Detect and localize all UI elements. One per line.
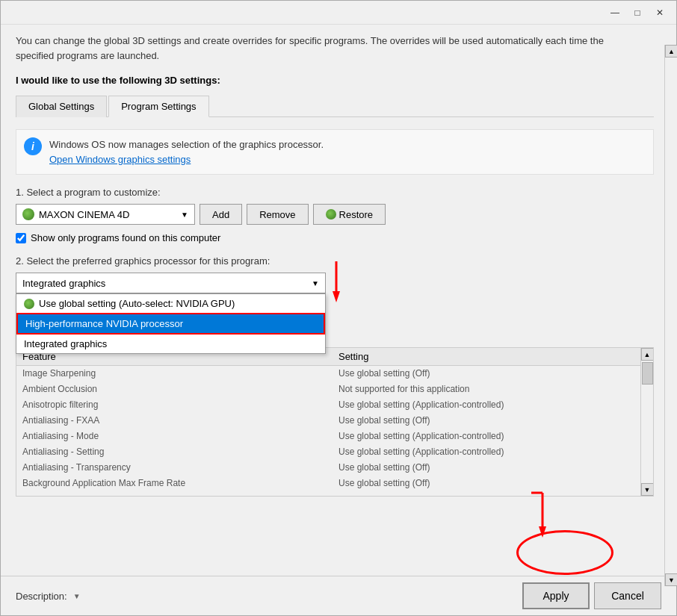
nvidia-option-icon [24, 299, 34, 309]
info-text: Windows OS now manages selection of the … [49, 137, 324, 167]
remove-button[interactable]: Remove [247, 204, 308, 225]
setting-cell: Use global setting (Off) [333, 413, 653, 429]
dropdown-option-2: Integrated graphics [24, 338, 107, 349]
dropdown-option-0: Use global setting (Auto-select: NVIDIA … [39, 298, 235, 309]
graphics-dropdown-container: Integrated graphics ▼ Use global setting… [16, 273, 654, 293]
intro-text: You can change the global 3D settings an… [16, 34, 654, 63]
step1-label: 1. Select a program to customize: [16, 187, 654, 198]
settings-header: I would like to use the following 3D set… [16, 75, 654, 86]
apply-button[interactable]: Apply [522, 582, 590, 609]
feature-cell: Antialiasing - FXAA [16, 413, 333, 429]
info-icon: i [24, 137, 42, 155]
setting-cell: Use global setting (Application-controll… [333, 429, 653, 444]
window-controls: — □ ✕ [605, 4, 670, 21]
info-box: i Windows OS now manages selection of th… [16, 129, 654, 175]
action-buttons: Apply Cancel [522, 582, 661, 609]
table-row[interactable]: Ambient OcclusionNot supported for this … [16, 382, 653, 397]
graphics-dropdown[interactable]: Integrated graphics ▼ [16, 273, 326, 293]
title-bar: — □ ✕ [1, 1, 676, 25]
setting-cell: Use global setting (Off) [333, 366, 653, 382]
table-row[interactable]: Anisotropic filteringUse global setting … [16, 397, 653, 413]
checkbox-label: Show only programs found on this compute… [31, 232, 220, 243]
nvidia-icon [22, 208, 34, 220]
graphics-dropdown-menu: Use global setting (Auto-select: NVIDIA … [16, 293, 326, 354]
setting-cell: Use global setting (Application-controll… [333, 444, 653, 460]
program-dropdown[interactable]: MAXON CINEMA 4D ▼ [16, 204, 195, 225]
graphics-dropdown-arrow: ▼ [312, 279, 319, 287]
table-row[interactable]: Background Application Max Frame RateUse… [16, 476, 653, 491]
scroll-up-arrow[interactable]: ▲ [665, 45, 677, 57]
table-row[interactable]: Antialiasing - ModeUse global setting (A… [16, 429, 653, 444]
restore-button[interactable]: Restore [313, 204, 386, 225]
dropdown-item-0[interactable]: Use global setting (Auto-select: NVIDIA … [16, 294, 325, 313]
feature-table-container: Feature Setting Image SharpeningUse glob… [16, 347, 654, 497]
feature-cell: Antialiasing - Setting [16, 444, 333, 460]
dropdown-item-1[interactable]: High-performance NVIDIA processor [16, 313, 325, 335]
table-row[interactable]: Image SharpeningUse global setting (Off) [16, 366, 653, 382]
step2-label: 2. Select the preferred graphics process… [16, 255, 654, 267]
maximize-button[interactable]: □ [627, 4, 648, 21]
window-scrollbar: ▲ ▼ [664, 45, 677, 586]
setting-cell: Use global setting (Off) [333, 460, 653, 476]
setting-cell: Use global setting (Off) [333, 476, 653, 491]
minimize-button[interactable]: — [605, 4, 625, 21]
cancel-button[interactable]: Cancel [594, 582, 661, 609]
tab-program-settings[interactable]: Program Settings [108, 96, 208, 117]
feature-cell: Antialiasing - Transparency [16, 460, 333, 476]
table-row[interactable]: Antialiasing - TransparencyUse global se… [16, 460, 653, 476]
program-name: MAXON CINEMA 4D [39, 209, 129, 220]
info-message: Windows OS now manages selection of the … [49, 139, 324, 150]
table-row[interactable]: Antialiasing - SettingUse global setting… [16, 444, 653, 460]
feature-table: Feature Setting Image SharpeningUse glob… [16, 348, 653, 491]
col-setting: Setting [333, 348, 653, 366]
dropdown-option-1: High-performance NVIDIA processor [25, 318, 183, 329]
setting-cell: Not supported for this application [333, 382, 653, 397]
tab-global-settings[interactable]: Global Settings [16, 96, 107, 117]
show-programs-checkbox[interactable] [16, 233, 26, 243]
table-scroll-down[interactable]: ▼ [641, 483, 654, 496]
tab-bar: Global Settings Program Settings [16, 95, 654, 117]
scroll-down-arrow[interactable]: ▼ [665, 573, 677, 586]
table-row[interactable]: Antialiasing - FXAAUse global setting (O… [16, 413, 653, 429]
table-scrollbar: ▲ ▼ [640, 348, 653, 496]
table-scroll-up[interactable]: ▲ [641, 348, 654, 361]
table-scroll-thumb[interactable] [642, 362, 653, 385]
feature-cell: Background Application Max Frame Rate [16, 476, 333, 491]
close-button[interactable]: ✕ [649, 4, 670, 21]
main-content-area: You can change the global 3D settings an… [1, 25, 676, 576]
restore-nvidia-icon [326, 209, 336, 220]
program-dropdown-arrow: ▼ [181, 211, 188, 219]
bottom-scroll-arrow[interactable]: ▼ [73, 592, 81, 600]
bottom-bar: Description: ▼ Apply Cancel [1, 576, 676, 615]
graphics-selected: Integrated graphics [22, 278, 105, 289]
checkbox-row: Show only programs found on this compute… [16, 232, 654, 243]
dropdown-item-2[interactable]: Integrated graphics [16, 335, 325, 353]
feature-cell: Anisotropic filtering [16, 397, 333, 413]
feature-cell: Antialiasing - Mode [16, 429, 333, 444]
program-row: MAXON CINEMA 4D ▼ Add Remove Restore [16, 204, 654, 225]
windows-graphics-settings-link[interactable]: Open Windows graphics settings [49, 154, 191, 165]
add-button[interactable]: Add [200, 204, 242, 225]
feature-table-body: Image SharpeningUse global setting (Off)… [16, 366, 653, 491]
restore-label: Restore [339, 209, 374, 220]
description-label: Description: [16, 591, 67, 602]
setting-cell: Use global setting (Application-controll… [333, 397, 653, 413]
main-window: — □ ✕ ▲ ▼ You can change the global 3D s… [0, 0, 677, 616]
feature-cell: Ambient Occlusion [16, 382, 333, 397]
feature-cell: Image Sharpening [16, 366, 333, 382]
